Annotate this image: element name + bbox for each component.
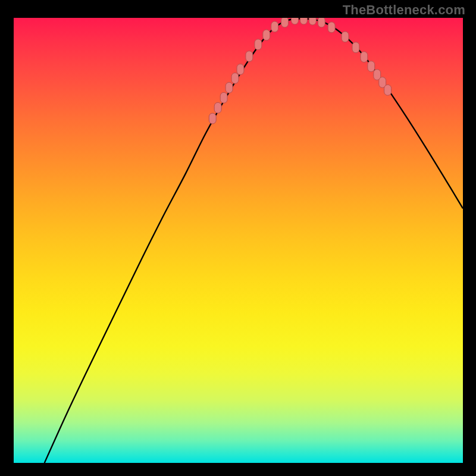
- marker-dot: [368, 61, 375, 72]
- marker-dot: [226, 82, 233, 93]
- marker-dot: [384, 84, 392, 95]
- marker-dot: [342, 32, 349, 42]
- marker-dot: [318, 18, 325, 27]
- marker-dot: [214, 102, 221, 113]
- marker-dot: [237, 64, 244, 75]
- marker-dot: [271, 21, 278, 32]
- marker-dot: [292, 18, 299, 24]
- marker-dot: [352, 42, 359, 53]
- marker-dot: [246, 51, 253, 62]
- chart-svg: [14, 18, 463, 463]
- marker-group: [209, 18, 391, 124]
- marker-dot: [231, 73, 239, 84]
- marker-dot: [361, 52, 368, 62]
- marker-dot: [209, 113, 216, 124]
- bottleneck-curve: [45, 18, 463, 463]
- marker-dot: [281, 18, 289, 27]
- watermark-text: TheBottleneck.com: [343, 2, 465, 18]
- marker-dot: [263, 30, 270, 40]
- marker-dot: [300, 18, 307, 24]
- marker-dot: [255, 39, 262, 50]
- marker-dot: [328, 22, 335, 33]
- marker-dot: [220, 92, 227, 103]
- marker-dot: [309, 18, 316, 25]
- plot-area: [12, 17, 464, 464]
- chart-container: TheBottleneck.com: [0, 0, 476, 476]
